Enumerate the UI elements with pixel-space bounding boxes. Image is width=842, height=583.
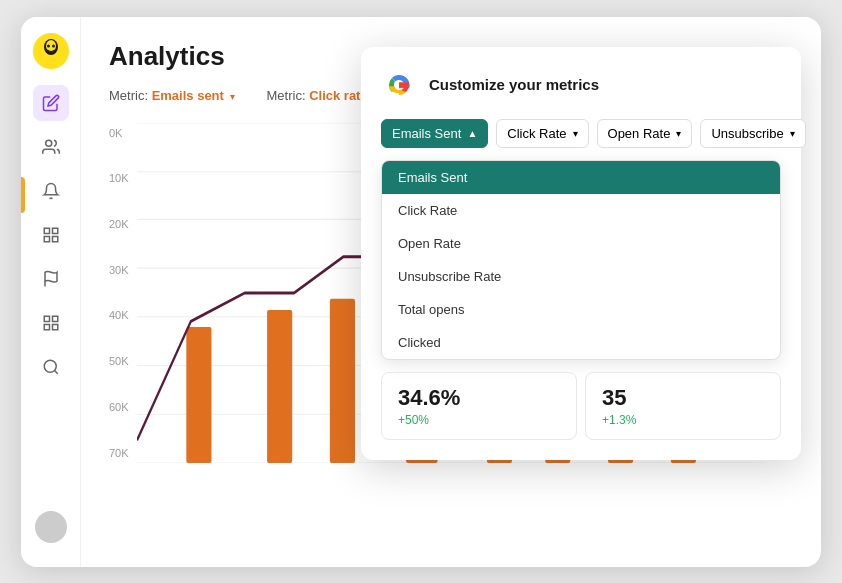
dropdown-item-emails-sent[interactable]: Emails Sent — [382, 161, 780, 194]
svg-point-5 — [45, 140, 51, 146]
svg-rect-6 — [44, 228, 49, 233]
chevron-down-icon: ▾ — [573, 128, 578, 139]
emails-sent-dropdown[interactable]: Emails Sent ▲ — [381, 119, 488, 148]
metric1-label: Metric: Emails sent ▾ — [109, 88, 235, 103]
svg-rect-27 — [330, 298, 355, 462]
sidebar-item-grid[interactable] — [33, 305, 69, 341]
sidebar-active-indicator — [21, 177, 25, 213]
sidebar-item-reports[interactable] — [33, 217, 69, 253]
chevron-down-icon-2: ▾ — [676, 128, 681, 139]
svg-rect-12 — [52, 316, 57, 321]
emails-sent-dropdown-menu: Emails Sent Click Rate Open Rate Unsubsc… — [381, 160, 781, 360]
svg-point-4 — [52, 44, 55, 47]
unsubscribe-value: 35 — [602, 385, 764, 411]
sidebar-item-contacts[interactable] — [33, 129, 69, 165]
open-rate-card: 34.6% +50% — [381, 372, 577, 440]
open-rate-dropdown[interactable]: Open Rate ▾ — [597, 119, 693, 148]
svg-rect-26 — [267, 310, 292, 463]
user-avatar[interactable] — [35, 511, 67, 543]
chart-y-axis-left: 70K 60K 50K 40K 30K 20K 10K 0K — [109, 123, 129, 463]
svg-rect-8 — [52, 236, 57, 241]
sidebar — [21, 17, 81, 567]
open-rate-value: 34.6% — [398, 385, 560, 411]
dropdown-item-total-opens[interactable]: Total opens — [382, 293, 780, 326]
customize-metrics-modal: Customize your metrics Emails Sent ▲ Cli… — [361, 47, 801, 460]
dropdown-item-open-rate[interactable]: Open Rate — [382, 227, 780, 260]
main-container: Analytics Metric: Emails sent ▾ Metric: … — [21, 17, 821, 567]
dropdown-item-clicked[interactable]: Clicked — [382, 326, 780, 359]
sidebar-item-flag[interactable] — [33, 261, 69, 297]
svg-rect-25 — [186, 327, 211, 463]
brand-logo — [33, 33, 69, 69]
unsubscribe-dropdown[interactable]: Unsubscribe ▾ — [700, 119, 805, 148]
unsubscribe-card: 35 +1.3% — [585, 372, 781, 440]
svg-point-3 — [47, 44, 50, 47]
svg-point-15 — [44, 360, 56, 372]
svg-rect-14 — [44, 324, 49, 329]
svg-rect-9 — [44, 236, 49, 241]
modal-title: Customize your metrics — [429, 76, 599, 93]
sidebar-item-search[interactable] — [33, 349, 69, 385]
modal-header: Customize your metrics — [381, 67, 781, 103]
metric1-chevron-icon: ▾ — [230, 91, 235, 102]
dropdown-item-unsubscribe-rate[interactable]: Unsubscribe Rate — [382, 260, 780, 293]
svg-line-16 — [54, 370, 57, 373]
click-rate-dropdown[interactable]: Click Rate ▾ — [496, 119, 588, 148]
chevron-down-icon-3: ▾ — [790, 128, 795, 139]
sidebar-item-edit[interactable] — [33, 85, 69, 121]
unsubscribe-delta: +1.3% — [602, 413, 764, 427]
open-rate-delta: +50% — [398, 413, 560, 427]
sidebar-item-bell[interactable] — [33, 173, 69, 209]
chevron-up-icon: ▲ — [467, 128, 477, 139]
svg-rect-7 — [52, 228, 57, 233]
metric-cards-row: 34.6% +50% 35 +1.3% — [381, 372, 781, 440]
modal-dropdowns-row: Emails Sent ▲ Click Rate ▾ Open Rate ▾ U… — [381, 119, 781, 148]
svg-rect-11 — [44, 316, 49, 321]
svg-rect-13 — [52, 324, 57, 329]
google-logo-icon — [381, 67, 417, 103]
dropdown-item-click-rate[interactable]: Click Rate — [382, 194, 780, 227]
